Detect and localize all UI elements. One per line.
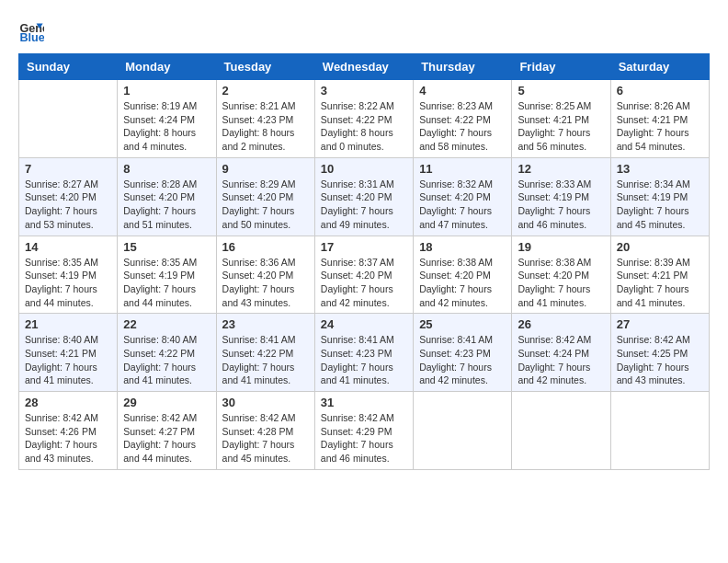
header-sunday: Sunday [19, 54, 118, 80]
day-info: Sunrise: 8:33 AM Sunset: 4:19 PM Dayligh… [518, 178, 604, 232]
calendar-table: SundayMondayTuesdayWednesdayThursdayFrid… [18, 53, 710, 470]
day-number: 13 [617, 162, 703, 176]
day-cell: 30Sunrise: 8:42 AM Sunset: 4:28 PM Dayli… [216, 392, 314, 470]
day-info: Sunrise: 8:42 AM Sunset: 4:26 PM Dayligh… [25, 411, 111, 465]
day-info: Sunrise: 8:34 AM Sunset: 4:19 PM Dayligh… [617, 178, 703, 232]
week-row-0: 1Sunrise: 8:19 AM Sunset: 4:24 PM Daylig… [19, 80, 710, 158]
day-cell: 22Sunrise: 8:40 AM Sunset: 4:22 PM Dayli… [118, 314, 216, 392]
week-row-3: 21Sunrise: 8:40 AM Sunset: 4:21 PM Dayli… [19, 314, 710, 392]
day-info: Sunrise: 8:39 AM Sunset: 4:21 PM Dayligh… [617, 256, 703, 310]
day-cell: 12Sunrise: 8:33 AM Sunset: 4:19 PM Dayli… [512, 157, 610, 236]
day-cell: 25Sunrise: 8:41 AM Sunset: 4:23 PM Dayli… [414, 314, 512, 392]
day-cell: 15Sunrise: 8:35 AM Sunset: 4:19 PM Dayli… [118, 236, 216, 314]
day-info: Sunrise: 8:42 AM Sunset: 4:27 PM Dayligh… [123, 411, 210, 465]
day-cell: 28Sunrise: 8:42 AM Sunset: 4:26 PM Dayli… [19, 392, 118, 470]
day-cell: 4Sunrise: 8:23 AM Sunset: 4:22 PM Daylig… [414, 80, 512, 158]
logo-icon: General Blue [18, 18, 44, 44]
day-cell: 17Sunrise: 8:37 AM Sunset: 4:20 PM Dayli… [314, 236, 413, 314]
day-info: Sunrise: 8:42 AM Sunset: 4:28 PM Dayligh… [222, 411, 309, 465]
day-info: Sunrise: 8:42 AM Sunset: 4:29 PM Dayligh… [321, 411, 407, 465]
header-saturday: Saturday [610, 54, 709, 80]
day-number: 30 [222, 396, 309, 409]
day-cell: 11Sunrise: 8:32 AM Sunset: 4:20 PM Dayli… [414, 157, 512, 236]
day-info: Sunrise: 8:25 AM Sunset: 4:21 PM Dayligh… [518, 99, 604, 154]
day-number: 17 [321, 240, 407, 254]
header-tuesday: Tuesday [216, 54, 314, 80]
day-info: Sunrise: 8:19 AM Sunset: 4:24 PM Dayligh… [123, 99, 210, 154]
day-cell [414, 392, 512, 470]
day-info: Sunrise: 8:27 AM Sunset: 4:20 PM Dayligh… [25, 178, 111, 232]
day-number: 2 [222, 84, 309, 98]
week-row-4: 28Sunrise: 8:42 AM Sunset: 4:26 PM Dayli… [19, 392, 710, 470]
day-cell: 24Sunrise: 8:41 AM Sunset: 4:23 PM Dayli… [314, 314, 413, 392]
day-number: 3 [321, 84, 407, 98]
day-cell: 18Sunrise: 8:38 AM Sunset: 4:20 PM Dayli… [414, 236, 512, 314]
day-number: 25 [419, 317, 506, 331]
day-cell: 6Sunrise: 8:26 AM Sunset: 4:21 PM Daylig… [610, 80, 709, 158]
day-cell: 5Sunrise: 8:25 AM Sunset: 4:21 PM Daylig… [512, 80, 610, 158]
day-number: 27 [617, 317, 703, 331]
day-info: Sunrise: 8:37 AM Sunset: 4:20 PM Dayligh… [321, 256, 407, 310]
day-number: 15 [123, 240, 210, 254]
day-number: 28 [25, 396, 111, 409]
day-info: Sunrise: 8:38 AM Sunset: 4:20 PM Dayligh… [419, 256, 506, 310]
svg-text:Blue: Blue [19, 31, 44, 44]
day-cell: 2Sunrise: 8:21 AM Sunset: 4:23 PM Daylig… [216, 80, 314, 158]
day-info: Sunrise: 8:28 AM Sunset: 4:20 PM Dayligh… [123, 178, 210, 232]
day-cell: 31Sunrise: 8:42 AM Sunset: 4:29 PM Dayli… [314, 392, 413, 470]
day-info: Sunrise: 8:41 AM Sunset: 4:23 PM Dayligh… [321, 333, 407, 387]
day-number: 12 [518, 162, 604, 176]
day-cell: 27Sunrise: 8:42 AM Sunset: 4:25 PM Dayli… [610, 314, 709, 392]
day-number: 16 [222, 240, 309, 254]
day-number: 4 [419, 84, 506, 98]
day-number: 10 [321, 162, 407, 176]
day-cell: 26Sunrise: 8:42 AM Sunset: 4:24 PM Dayli… [512, 314, 610, 392]
day-info: Sunrise: 8:35 AM Sunset: 4:19 PM Dayligh… [25, 256, 111, 310]
day-number: 5 [518, 84, 604, 98]
day-info: Sunrise: 8:42 AM Sunset: 4:25 PM Dayligh… [617, 333, 703, 387]
day-number: 23 [222, 317, 309, 331]
day-number: 20 [617, 240, 703, 254]
page-header: General Blue [18, 18, 710, 44]
day-cell: 13Sunrise: 8:34 AM Sunset: 4:19 PM Dayli… [610, 157, 709, 236]
day-info: Sunrise: 8:22 AM Sunset: 4:22 PM Dayligh… [321, 99, 407, 154]
day-info: Sunrise: 8:41 AM Sunset: 4:23 PM Dayligh… [419, 333, 506, 387]
day-info: Sunrise: 8:29 AM Sunset: 4:20 PM Dayligh… [222, 178, 309, 232]
header-wednesday: Wednesday [314, 54, 413, 80]
day-cell: 16Sunrise: 8:36 AM Sunset: 4:20 PM Dayli… [216, 236, 314, 314]
day-cell: 21Sunrise: 8:40 AM Sunset: 4:21 PM Dayli… [19, 314, 118, 392]
day-cell [610, 392, 709, 470]
day-number: 6 [617, 84, 703, 98]
header-friday: Friday [512, 54, 610, 80]
day-info: Sunrise: 8:40 AM Sunset: 4:21 PM Dayligh… [25, 333, 111, 387]
day-cell [512, 392, 610, 470]
week-row-1: 7Sunrise: 8:27 AM Sunset: 4:20 PM Daylig… [19, 157, 710, 236]
day-number: 9 [222, 162, 309, 176]
day-cell: 8Sunrise: 8:28 AM Sunset: 4:20 PM Daylig… [118, 157, 216, 236]
day-number: 8 [123, 162, 210, 176]
day-cell: 19Sunrise: 8:38 AM Sunset: 4:20 PM Dayli… [512, 236, 610, 314]
header-thursday: Thursday [414, 54, 512, 80]
day-number: 14 [25, 240, 111, 254]
day-info: Sunrise: 8:38 AM Sunset: 4:20 PM Dayligh… [518, 256, 604, 310]
day-info: Sunrise: 8:41 AM Sunset: 4:22 PM Dayligh… [222, 333, 309, 387]
day-cell: 10Sunrise: 8:31 AM Sunset: 4:20 PM Dayli… [314, 157, 413, 236]
day-cell: 3Sunrise: 8:22 AM Sunset: 4:22 PM Daylig… [314, 80, 413, 158]
day-cell: 29Sunrise: 8:42 AM Sunset: 4:27 PM Dayli… [118, 392, 216, 470]
week-row-2: 14Sunrise: 8:35 AM Sunset: 4:19 PM Dayli… [19, 236, 710, 314]
day-info: Sunrise: 8:31 AM Sunset: 4:20 PM Dayligh… [321, 178, 407, 232]
day-number: 19 [518, 240, 604, 254]
day-cell: 23Sunrise: 8:41 AM Sunset: 4:22 PM Dayli… [216, 314, 314, 392]
logo: General Blue [18, 18, 48, 44]
header-monday: Monday [118, 54, 216, 80]
day-number: 18 [419, 240, 506, 254]
day-number: 29 [123, 396, 210, 409]
header-row: SundayMondayTuesdayWednesdayThursdayFrid… [19, 54, 710, 80]
day-info: Sunrise: 8:32 AM Sunset: 4:20 PM Dayligh… [419, 178, 506, 232]
day-number: 7 [25, 162, 111, 176]
day-cell: 7Sunrise: 8:27 AM Sunset: 4:20 PM Daylig… [19, 157, 118, 236]
day-info: Sunrise: 8:40 AM Sunset: 4:22 PM Dayligh… [123, 333, 210, 387]
day-cell: 14Sunrise: 8:35 AM Sunset: 4:19 PM Dayli… [19, 236, 118, 314]
day-info: Sunrise: 8:26 AM Sunset: 4:21 PM Dayligh… [617, 99, 703, 154]
day-number: 1 [123, 84, 210, 98]
